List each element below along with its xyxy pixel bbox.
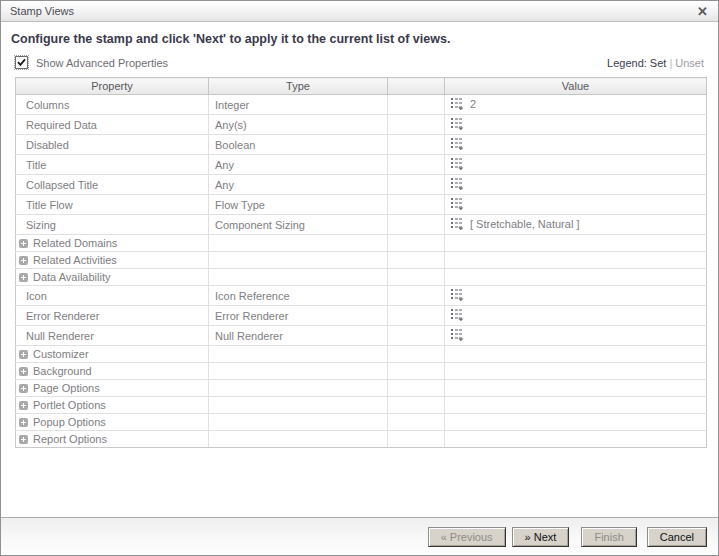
- property-name-label: Error Renderer: [26, 310, 99, 322]
- property-cell[interactable]: Report Options: [16, 431, 209, 448]
- value-cell: [445, 346, 707, 363]
- property-cell[interactable]: Popup Options: [16, 414, 209, 431]
- value-cell: [445, 155, 707, 175]
- property-cell[interactable]: Related Domains: [16, 235, 209, 252]
- instruction-text: Configure the stamp and click 'Next' to …: [11, 32, 708, 46]
- list-editor-icon[interactable]: [451, 308, 464, 323]
- spacer-cell: [388, 252, 445, 269]
- type-label: Any: [215, 179, 234, 191]
- property-name-label: Portlet Options: [33, 399, 106, 411]
- expand-plus-icon[interactable]: [19, 350, 28, 359]
- spacer-cell: [388, 326, 445, 346]
- spacer-cell: [388, 431, 445, 448]
- property-name-label: Related Activities: [33, 254, 117, 266]
- previous-button[interactable]: « Previous: [428, 527, 506, 547]
- value-cell: [445, 414, 707, 431]
- show-advanced-checkbox-group[interactable]: Show Advanced Properties: [15, 56, 168, 69]
- type-cell: Component Sizing: [209, 215, 388, 235]
- property-cell[interactable]: Background: [16, 363, 209, 380]
- property-name-label: Columns: [26, 99, 69, 111]
- expand-plus-icon[interactable]: [19, 367, 28, 376]
- cancel-button[interactable]: Cancel: [647, 527, 707, 547]
- type-label: Flow Type: [215, 199, 265, 211]
- type-cell: [209, 346, 388, 363]
- category-row: Report Options: [16, 431, 707, 448]
- property-cell[interactable]: Customizer: [16, 346, 209, 363]
- property-cell[interactable]: Page Options: [16, 380, 209, 397]
- type-label: Icon Reference: [215, 290, 290, 302]
- type-label: Boolean: [215, 139, 255, 151]
- spacer-cell: [388, 346, 445, 363]
- list-editor-icon[interactable]: [451, 288, 464, 303]
- property-name-label: Popup Options: [33, 416, 106, 428]
- column-header-property: Property: [16, 78, 209, 95]
- type-cell: [209, 252, 388, 269]
- column-header-type: Type: [209, 78, 388, 95]
- property-name-label: Sizing: [26, 219, 56, 231]
- spacer-cell: [388, 115, 445, 135]
- list-editor-icon[interactable]: [451, 97, 464, 112]
- property-cell[interactable]: Data Availability: [16, 269, 209, 286]
- type-cell: Integer: [209, 95, 388, 115]
- type-cell: [209, 235, 388, 252]
- expand-plus-icon[interactable]: [19, 256, 28, 265]
- expand-plus-icon[interactable]: [19, 239, 28, 248]
- spacer-cell: [388, 215, 445, 235]
- property-name-label: Page Options: [33, 382, 100, 394]
- property-name-label: Title Flow: [26, 199, 73, 211]
- expand-plus-icon[interactable]: [19, 401, 28, 410]
- list-editor-icon[interactable]: [451, 157, 464, 172]
- legend-set-label: Legend: Set: [607, 57, 666, 69]
- property-cell[interactable]: Portlet Options: [16, 397, 209, 414]
- value-cell: [ Stretchable, Natural ]: [445, 215, 707, 235]
- category-row: Popup Options: [16, 414, 707, 431]
- type-cell: [209, 380, 388, 397]
- list-editor-icon[interactable]: [451, 137, 464, 152]
- expand-plus-icon[interactable]: [19, 418, 28, 427]
- column-header-spacer: [388, 78, 445, 95]
- list-editor-icon[interactable]: [451, 217, 464, 232]
- value-label: 2: [470, 98, 476, 110]
- spacer-cell: [388, 175, 445, 195]
- value-cell: [445, 252, 707, 269]
- property-row: TitleAny: [16, 155, 707, 175]
- spacer-cell: [388, 155, 445, 175]
- spacer-cell: [388, 363, 445, 380]
- property-cell: Title Flow: [16, 195, 209, 215]
- type-label: Any: [215, 159, 234, 171]
- value-cell: [445, 195, 707, 215]
- type-label: Error Renderer: [215, 310, 288, 322]
- list-editor-icon[interactable]: [451, 197, 464, 212]
- property-cell[interactable]: Related Activities: [16, 252, 209, 269]
- value-cell: [445, 286, 707, 306]
- expand-plus-icon[interactable]: [19, 384, 28, 393]
- property-name-label: Customizer: [33, 348, 89, 360]
- type-cell: Null Renderer: [209, 326, 388, 346]
- category-row: Related Activities: [16, 252, 707, 269]
- value-cell: [445, 135, 707, 155]
- property-cell: Sizing: [16, 215, 209, 235]
- property-cell: Icon: [16, 286, 209, 306]
- expand-plus-icon[interactable]: [19, 435, 28, 444]
- property-cell: Collapsed Title: [16, 175, 209, 195]
- type-cell: Any: [209, 155, 388, 175]
- next-button[interactable]: » Next: [512, 527, 570, 547]
- list-editor-icon[interactable]: [451, 177, 464, 192]
- type-label: Any(s): [215, 119, 247, 131]
- spacer-cell: [388, 95, 445, 115]
- category-row: Data Availability: [16, 269, 707, 286]
- finish-button[interactable]: Finish: [581, 527, 636, 547]
- close-icon[interactable]: ✕: [695, 5, 710, 18]
- column-header-value: Value: [445, 78, 707, 95]
- property-name-label: Required Data: [26, 119, 97, 131]
- spacer-cell: [388, 235, 445, 252]
- checkbox-checked-icon[interactable]: [15, 56, 28, 69]
- list-editor-icon[interactable]: [451, 328, 464, 343]
- stamp-views-dialog: Stamp Views ✕ Configure the stamp and cl…: [0, 0, 719, 556]
- spacer-cell: [388, 135, 445, 155]
- spacer-cell: [388, 414, 445, 431]
- show-advanced-label: Show Advanced Properties: [36, 57, 168, 69]
- expand-plus-icon[interactable]: [19, 273, 28, 282]
- type-label: Null Renderer: [215, 330, 283, 342]
- list-editor-icon[interactable]: [451, 117, 464, 132]
